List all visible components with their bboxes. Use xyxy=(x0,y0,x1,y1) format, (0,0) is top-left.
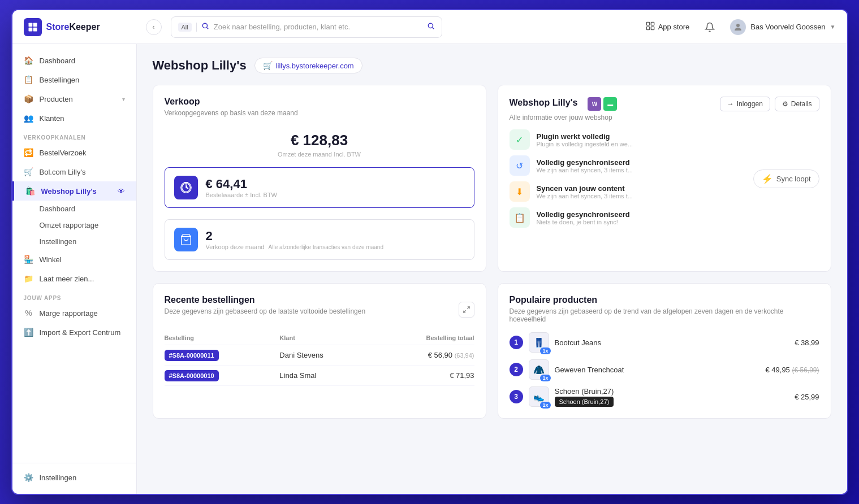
order-badge[interactable]: #S8A-00000011 xyxy=(165,350,219,361)
collapse-button[interactable]: ‹ xyxy=(146,19,162,35)
sync-item-title: Plugin werkt volledig xyxy=(537,132,742,141)
sidebar-item-label: Producten xyxy=(40,95,73,103)
sync-item-sub: Plugin is volledig ingesteld en we... xyxy=(537,141,742,147)
main-layout: 🏠 Dashboard 📋 Bestellingen 📦 Producten ▾… xyxy=(12,44,847,494)
sidebar-item-webshop[interactable]: 🛍️ Webshop Lilly's 👁 xyxy=(12,181,136,201)
svg-rect-10 xyxy=(646,27,649,29)
sidebar-item-dashboard[interactable]: 🏠 Dashboard xyxy=(12,51,136,70)
sidebar-sub-label: Dashboard xyxy=(40,205,76,213)
sidebar-item-meer[interactable]: 📁 Laat meer zien... xyxy=(12,269,136,288)
order-id-cell: #S8A-00000010 xyxy=(165,366,280,386)
sidebar-item-klanten[interactable]: 👥 Klanten xyxy=(12,108,136,128)
omzet-amount: € 128,83 xyxy=(165,132,474,149)
sync-doc-check-icon: 📋 xyxy=(510,207,530,228)
sidebar-item-instellingen[interactable]: ⚙️ Instellingen xyxy=(12,468,136,487)
avatar xyxy=(730,19,746,35)
sync-item-title: Syncen van jouw content xyxy=(537,184,742,193)
webshop-info-header: Webshop Lilly's W ▬ → Inloggen ⚙ xyxy=(510,97,819,111)
sidebar-sub-dashboard[interactable]: Dashboard xyxy=(12,201,136,217)
sync-loopt-area: ⚡ Sync loopt xyxy=(753,129,819,228)
product-name: Geweven Trenchcoat xyxy=(555,366,760,374)
svg-rect-1 xyxy=(33,23,37,27)
product-price: € 25,99 xyxy=(795,393,819,401)
user-menu-button[interactable]: Bas Voorveld Goossen ▼ xyxy=(730,19,835,35)
verkoop-count-label: Verkoop deze maand Alle afzonderlijke tr… xyxy=(206,244,383,250)
sync-item-text: Volledig gesynchroniseerd Niets te doen,… xyxy=(537,210,742,225)
col-totaal: Bestelling totaal xyxy=(372,331,474,345)
sidebar-sub-label: Instellingen xyxy=(40,237,77,246)
product-list: 1 👖 1x Bootcut Jeans € 38,99 2 xyxy=(510,332,819,407)
inloggen-button[interactable]: → Inloggen xyxy=(720,97,770,111)
logo-icon xyxy=(24,18,42,36)
sidebar-item-import-export[interactable]: ⬆️ Import & Export Centrum xyxy=(12,323,136,342)
svg-line-7 xyxy=(432,28,434,29)
app-store-label: App store xyxy=(658,23,690,31)
product-tooltip: Schoen (Bruin,27) xyxy=(555,397,614,407)
eye-icon[interactable]: 👁 xyxy=(118,187,125,195)
topbar: StoreKeeper ‹ All Zoek naar bestelling, … xyxy=(12,10,847,44)
app-store-button[interactable]: App store xyxy=(646,21,690,33)
marge-icon: % xyxy=(24,309,34,318)
product-qty-badge: 1x xyxy=(540,402,550,409)
product-old-price: (€ 56,99) xyxy=(792,366,819,374)
bestelwaarde-info: € 64,41 Bestelwaarde ± Incl. BTW xyxy=(206,177,277,198)
search-bar[interactable]: All Zoek naar bestelling, producten, kla… xyxy=(171,16,442,38)
sidebar: 🏠 Dashboard 📋 Bestellingen 📦 Producten ▾… xyxy=(12,44,137,494)
details-button[interactable]: ⚙ Details xyxy=(775,97,819,111)
notifications-button[interactable] xyxy=(701,18,719,36)
list-item: 1 👖 1x Bootcut Jeans € 38,99 xyxy=(510,332,819,353)
sync-download-icon: ⬇ xyxy=(510,181,530,202)
sidebar-item-label: Klanten xyxy=(40,114,64,123)
user-name-label: Bas Voorveld Goossen xyxy=(750,23,825,31)
svg-point-6 xyxy=(428,23,433,28)
bestelwaarde-box: € 64,41 Bestelwaarde ± Incl. BTW xyxy=(165,167,474,208)
sync-item-sub: Niets te doen, je bent in sync! xyxy=(537,219,742,225)
chevron-right-icon: ▾ xyxy=(122,96,125,102)
bestelwaarde-label: Bestelwaarde ± Incl. BTW xyxy=(206,192,277,198)
product-rank: 1 xyxy=(510,336,523,349)
customers-icon: 👥 xyxy=(24,114,34,123)
product-rank: 2 xyxy=(510,363,523,376)
sync-refresh-icon: ↺ xyxy=(510,155,530,176)
col-klant: Klant xyxy=(279,331,372,345)
products-icon: 📦 xyxy=(24,94,34,103)
col-bestelling: Bestelling xyxy=(165,331,280,345)
import-export-icon: ⬆️ xyxy=(24,328,34,337)
logo-area: StoreKeeper xyxy=(24,18,137,36)
sidebar-item-producten[interactable]: 📦 Producten ▾ xyxy=(12,89,136,108)
svg-line-5 xyxy=(206,28,208,29)
sidebar-sub-label: Omzet rapportage xyxy=(40,221,99,229)
table-row: #S8A-00000011 Dani Stevens € 56,90 (63,9… xyxy=(165,345,474,366)
sidebar-item-bestellingen[interactable]: 📋 Bestellingen xyxy=(12,70,136,89)
sidebar-sub-instellingen[interactable]: Instellingen xyxy=(12,233,136,250)
sidebar-item-label: Webshop Lilly's xyxy=(41,187,97,195)
sidebar-item-marge[interactable]: % Marge rapportage xyxy=(12,303,136,323)
svg-rect-0 xyxy=(28,23,32,27)
webshop-url-link[interactable]: 🛒 lillys.bystorekeeper.com xyxy=(254,58,362,73)
product-price: € 49,95 (€ 56,99) xyxy=(765,366,819,374)
webshop-info-card: Webshop Lilly's W ▬ → Inloggen ⚙ xyxy=(498,85,831,272)
sidebar-sub-omzet[interactable]: Omzet rapportage xyxy=(12,217,136,233)
webshop-platform-icons: W ▬ xyxy=(588,97,617,111)
sync-item-text: Volledig gesynchroniseerd We zijn aan he… xyxy=(537,158,742,173)
product-qty-badge: 1x xyxy=(540,347,550,354)
settings-icon: ⚙️ xyxy=(24,473,34,482)
verkoop-subtitle: Verkoopgegevens op basis van deze maand xyxy=(165,109,474,117)
bestelwaarde-icon xyxy=(174,176,198,199)
sidebar-item-bestelverzoek[interactable]: 🔁 BestelVerzoek xyxy=(12,143,136,162)
folder-icon: 📁 xyxy=(24,274,34,283)
search-input[interactable]: Zoek naar bestelling, producten, klant e… xyxy=(214,23,422,31)
bestelwaarde-amount: € 64,41 xyxy=(206,177,277,192)
sidebar-item-label: Dashboard xyxy=(40,57,76,65)
search-divider xyxy=(196,23,197,32)
order-klant-cell: Dani Stevens xyxy=(279,345,372,366)
sidebar-item-winkel[interactable]: 🏪 Winkel xyxy=(12,250,136,269)
expand-button[interactable] xyxy=(459,302,474,318)
omzet-label: Omzet deze maand Incl. BTW xyxy=(165,150,474,158)
product-name: Bootcut Jeans xyxy=(555,338,789,347)
order-badge[interactable]: #S8A-00000010 xyxy=(165,370,219,381)
populaire-producten-card: Populaire producten Deze gegevens zijn g… xyxy=(498,283,831,419)
svg-rect-9 xyxy=(651,22,654,25)
sidebar-item-bolcom[interactable]: 🛒 Bol.com Lilly's xyxy=(12,162,136,181)
search-submit-icon[interactable] xyxy=(427,22,435,32)
